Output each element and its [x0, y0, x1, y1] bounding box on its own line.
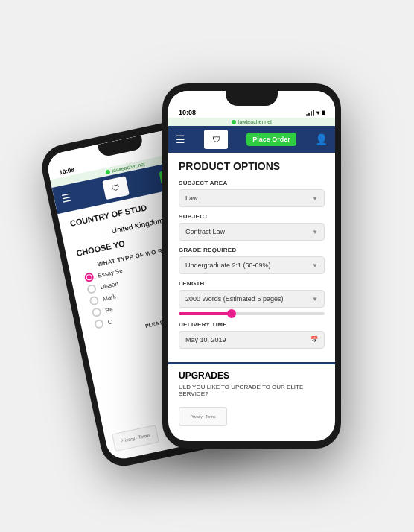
back-radio-1[interactable] — [86, 284, 97, 294]
front-recaptcha: Privacy · Terms — [179, 407, 227, 426]
front-recaptcha-text: Privacy · Terms — [190, 414, 215, 419]
front-time: 10:08 — [179, 109, 196, 116]
slider-thumb[interactable] — [227, 309, 236, 318]
front-phone: 10:08 ▾ ▮ lawteacher.net ☰ 🛡 Place Order… — [162, 83, 341, 449]
delivery-value: May 10, 2019 — [185, 336, 226, 343]
back-radio-label-4: C — [107, 318, 113, 326]
back-radio-4[interactable] — [94, 319, 104, 329]
back-recaptcha-text: Privacy · Terms — [120, 433, 150, 443]
grade-select[interactable]: Undergraduate 2:1 (60-69%) ▼ — [179, 256, 325, 274]
subject-area-label: SUBJECT AREA — [179, 180, 325, 186]
back-hamburger-icon[interactable]: ☰ — [60, 191, 72, 205]
front-phone-screen: 10:08 ▾ ▮ lawteacher.net ☰ 🛡 Place Order… — [168, 91, 335, 441]
front-signal-bars — [306, 110, 314, 116]
back-lock-icon — [105, 169, 110, 174]
upgrades-section: UPGRADES ULD YOU LIKE TO UPGRADE TO OUR … — [168, 362, 335, 400]
back-logo-shield: 🛡 — [102, 176, 130, 200]
grade-value: Undergraduate 2:1 (60-69%) — [185, 262, 271, 269]
page-title: PRODUCT OPTIONS — [179, 160, 325, 172]
front-phone-notch — [226, 91, 278, 106]
delivery-date-field[interactable]: May 10, 2019 📅 — [179, 331, 325, 349]
grade-chevron-icon: ▼ — [312, 262, 318, 269]
front-nav: ☰ 🛡 Place Order 👤 — [168, 126, 335, 153]
front-signal-group: ▾ ▮ — [306, 110, 325, 116]
delivery-label: DELIVERY TIME — [179, 321, 325, 328]
length-value: 2000 Words (Estimated 5 pages) — [185, 295, 283, 303]
length-slider[interactable] — [179, 312, 325, 315]
back-radio-2[interactable] — [89, 295, 99, 305]
front-lock-icon — [232, 120, 236, 124]
subject-area-chevron-icon: ▼ — [312, 195, 318, 202]
front-profile-icon[interactable]: 👤 — [315, 133, 328, 145]
back-radio-label-2: Mark — [102, 293, 116, 303]
subject-value: Contract Law — [185, 228, 225, 235]
back-logo: 🛡 — [102, 176, 130, 200]
subject-area-value: Law — [185, 194, 198, 202]
length-select[interactable]: 2000 Words (Estimated 5 pages) ▼ — [179, 290, 325, 308]
front-content: PRODUCT OPTIONS SUBJECT AREA Law ▼ SUBJE… — [168, 153, 335, 362]
upgrades-title: UPGRADES — [179, 370, 325, 381]
length-chevron-icon: ▼ — [312, 296, 318, 303]
upgrades-subtitle: ULD YOU LIKE TO UPGRADE TO OUR ELITE SER… — [179, 384, 325, 397]
length-label: LENGTH — [179, 280, 325, 287]
subject-select[interactable]: Contract Law ▼ — [179, 223, 325, 241]
back-radio-3[interactable] — [92, 307, 102, 317]
front-battery-icon: ▮ — [322, 110, 325, 116]
front-logo-shield: 🛡 — [204, 130, 228, 149]
subject-area-select[interactable]: Law ▼ — [179, 189, 325, 207]
slider-fill — [179, 312, 230, 315]
front-place-order-button[interactable]: Place Order — [246, 133, 296, 146]
back-radio-label-3: Re — [104, 305, 113, 314]
front-logo: 🛡 — [204, 130, 228, 149]
length-section: LENGTH 2000 Words (Estimated 5 pages) ▼ — [179, 280, 325, 315]
back-radio-0[interactable] — [84, 272, 95, 282]
front-url-text: lawteacher.net — [238, 119, 272, 124]
front-hamburger-icon[interactable]: ☰ — [176, 133, 185, 145]
front-wifi-icon: ▾ — [316, 110, 319, 116]
back-recaptcha: Privacy · Terms — [112, 425, 159, 452]
subject-chevron-icon: ▼ — [312, 229, 318, 235]
back-radio-label-1: Dissert — [100, 280, 119, 291]
front-url-bar: lawteacher.net — [168, 118, 335, 126]
grade-label: GRADE REQUIRED — [179, 247, 325, 253]
subject-label: SUBJECT — [179, 213, 325, 220]
back-radio-label-0: Essay Se — [98, 267, 124, 279]
calendar-icon[interactable]: 📅 — [310, 336, 318, 343]
